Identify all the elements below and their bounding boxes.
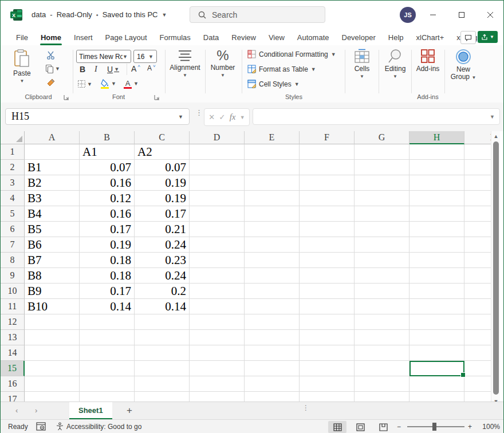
cut-button[interactable] [46,51,55,60]
number-button[interactable]: % Number ▼ [207,49,238,78]
cell-G5[interactable] [355,206,410,222]
row-header-3[interactable]: 3 [1,175,25,191]
cell-B12[interactable] [80,314,135,330]
cell-H11[interactable] [410,299,464,314]
cell-C11[interactable]: 0.14 [135,299,190,314]
fill-handle[interactable] [460,372,466,377]
macro-record-icon[interactable] [36,422,46,431]
cell-F11[interactable] [300,299,355,314]
cell-F9[interactable] [300,268,355,284]
cell-F2[interactable] [300,160,355,175]
format-painter-button[interactable] [46,78,56,87]
cell-B8[interactable]: 0.18 [80,253,135,268]
cell-F1[interactable] [300,144,355,160]
next-sheet-arrow[interactable]: › [35,406,37,415]
cell-C10[interactable]: 0.2 [135,284,190,299]
cell-A6[interactable]: B5 [25,222,80,237]
font-size-select[interactable]: 16 ▼ [133,50,157,63]
cell-E7[interactable] [245,237,300,253]
cell-H17[interactable] [410,392,464,401]
document-title[interactable]: data - Read-Only • Saved to this PC ▼ [32,10,167,19]
row-header-7[interactable]: 7 [1,237,25,253]
zoom-level[interactable]: 100% [477,423,500,431]
enter-icon[interactable]: ✓ [219,113,225,121]
tab-data[interactable]: Data [197,30,225,45]
column-header-H[interactable]: H [410,131,464,144]
cell-B7[interactable]: 0.19 [80,237,135,253]
comments-button[interactable] [460,31,476,44]
cell-F16[interactable] [300,376,355,392]
select-all-corner[interactable] [1,131,25,144]
tab-xlchart-[interactable]: xlChart+ [410,30,451,45]
row-header-9[interactable]: 9 [1,268,25,284]
cell-H4[interactable] [410,191,464,206]
cell-styles-button[interactable]: Cell Styles ▼ [247,80,300,88]
cell-H12[interactable] [410,314,464,330]
italic-button[interactable]: I [94,65,97,74]
cell-I4[interactable] [464,191,491,206]
column-header-G[interactable]: G [355,131,410,144]
decrease-font-button[interactable]: A˅ [147,64,156,72]
cell-H5[interactable] [410,206,464,222]
cell-I5[interactable] [464,206,491,222]
cell-A13[interactable] [25,330,80,345]
cell-C5[interactable]: 0.17 [135,206,190,222]
cell-A2[interactable]: B1 [25,160,80,175]
zoom-out-button[interactable]: − [397,423,401,431]
row-header-1[interactable]: 1 [1,144,25,160]
cell-C3[interactable]: 0.19 [135,175,190,191]
tab-help[interactable]: Help [382,30,410,45]
cell-E16[interactable] [245,376,300,392]
cell-H13[interactable] [410,330,464,345]
cell-I1[interactable] [464,144,491,160]
cell-G4[interactable] [355,191,410,206]
format-as-table-button[interactable]: Format as Table ▼ [247,65,316,73]
view-page-layout-button[interactable] [351,421,369,433]
cell-D8[interactable] [190,253,245,268]
cell-H16[interactable] [410,376,464,392]
cell-D12[interactable] [190,314,245,330]
cell-C9[interactable]: 0.24 [135,268,190,284]
accessibility-status[interactable]: Accessibility: Good to go [56,422,141,431]
cell-B15[interactable] [80,361,135,376]
avatar[interactable]: JS [400,7,416,23]
row-header-13[interactable]: 13 [1,330,25,345]
cell-I8[interactable] [464,253,491,268]
underline-button[interactable]: U ▼ [107,65,119,74]
cell-E12[interactable] [245,314,300,330]
cell-B16[interactable] [80,376,135,392]
cell-H6[interactable] [410,222,464,237]
cell-E1[interactable] [245,144,300,160]
row-header-12[interactable]: 12 [1,314,25,330]
formula-bar-handle[interactable]: ⋮ [195,111,203,115]
cell-G12[interactable] [355,314,410,330]
scroll-up-arrow[interactable]: ▲ [491,132,501,141]
cell-A9[interactable]: B8 [25,268,80,284]
cell-G14[interactable] [355,345,410,361]
cell-F12[interactable] [300,314,355,330]
vertical-scrollbar[interactable]: ▲ ▼ [491,131,500,407]
tab-scroll-handle[interactable]: ⋮ [302,407,309,410]
cell-H1[interactable] [410,144,464,160]
cell-I15[interactable] [464,361,491,376]
row-header-15[interactable]: 15 [1,361,25,376]
cell-B9[interactable]: 0.18 [80,268,135,284]
row-header-4[interactable]: 4 [1,191,25,206]
fill-color-button[interactable]: ▼ [100,78,116,89]
cell-I2[interactable] [464,160,491,175]
cell-I12[interactable] [464,314,491,330]
cell-A7[interactable]: B6 [25,237,80,253]
cell-E17[interactable] [245,392,300,401]
font-dialog-launcher[interactable] [154,95,160,100]
tab-automate[interactable]: Automate [291,30,336,45]
share-button[interactable]: ▼ [478,31,498,43]
excel-app-icon[interactable]: X [10,9,23,21]
zoom-slider-thumb[interactable] [432,423,436,431]
cell-H9[interactable] [410,268,464,284]
cell-B11[interactable]: 0.14 [80,299,135,314]
cell-E4[interactable] [245,191,300,206]
cell-H14[interactable] [410,345,464,361]
cell-A10[interactable]: B9 [25,284,80,299]
column-header-A[interactable]: A [25,131,80,144]
cell-C4[interactable]: 0.19 [135,191,190,206]
